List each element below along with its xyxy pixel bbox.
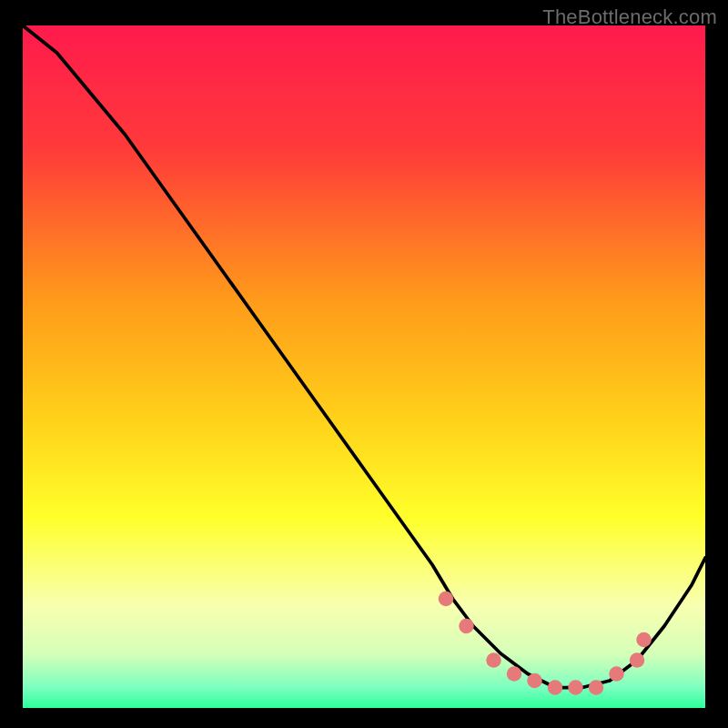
curve-dot (609, 666, 624, 682)
curve-dot (439, 592, 454, 607)
curve-dot (507, 666, 522, 682)
curve-dot (459, 619, 474, 634)
curve-dot (486, 652, 501, 668)
curve-dot (527, 673, 542, 689)
plot-area (23, 25, 705, 708)
curve-highlight-dots (23, 25, 705, 708)
curve-dot (589, 680, 604, 695)
curve-dot (548, 680, 563, 695)
curve-dot (568, 680, 583, 695)
curve-dot (630, 652, 645, 668)
chart-frame: TheBottleneck.com (0, 0, 728, 728)
curve-dot (636, 632, 652, 648)
